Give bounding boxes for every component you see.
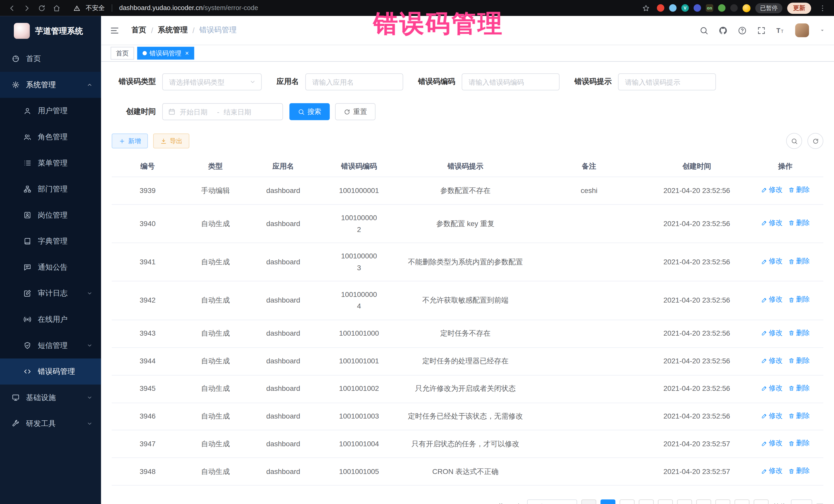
page-button-5[interactable]: 5	[677, 500, 692, 504]
security-indicator[interactable]: 不安全	[70, 2, 105, 14]
edit-link[interactable]: 修改	[761, 256, 783, 267]
sidebar-item-系统管理[interactable]: 系统管理	[0, 72, 101, 98]
search-button[interactable]: 搜索	[289, 103, 330, 120]
chevron-down-icon[interactable]	[819, 27, 826, 34]
address-bar[interactable]: dashboard.yudao.iocoder.cn/system/error-…	[119, 4, 258, 12]
delete-link[interactable]: 删除	[788, 327, 810, 338]
breadcrumb-item[interactable]: 首页	[131, 25, 146, 35]
edit-link[interactable]: 修改	[761, 410, 783, 421]
error-code-field[interactable]	[462, 73, 559, 90]
toggle-search-button[interactable]	[786, 133, 802, 149]
paused-badge[interactable]: 已暂停	[755, 3, 783, 13]
sidebar-item-错误码管理[interactable]: 错误码管理	[0, 358, 101, 385]
update-button[interactable]: 更新	[787, 2, 811, 14]
profile-emoji-avatar[interactable]	[742, 4, 750, 12]
app-name-input[interactable]	[311, 78, 397, 86]
cell-message: 只有开启状态的任务，才可以修改	[399, 430, 532, 458]
edit-link[interactable]: 修改	[761, 327, 783, 338]
edit-link-label: 修改	[769, 256, 783, 267]
sidebar-item-首页[interactable]: 首页	[0, 46, 101, 72]
extension-teal-v[interactable]: V	[681, 4, 689, 12]
extension-lightblue[interactable]	[669, 4, 676, 12]
refresh-table-button[interactable]	[807, 133, 823, 149]
extension-green[interactable]	[718, 4, 725, 12]
edit-link[interactable]: 修改	[761, 466, 783, 477]
reset-button[interactable]: 重置	[335, 103, 376, 120]
page-size-select[interactable]: 10条/页	[527, 500, 577, 504]
delete-link[interactable]: 删除	[788, 256, 810, 267]
page-button-2[interactable]: 2	[620, 500, 635, 504]
back-icon[interactable]	[5, 2, 18, 14]
delete-link[interactable]: 删除	[788, 184, 810, 196]
edit-link-label: 修改	[769, 410, 783, 421]
extension-on-badge[interactable]: on	[706, 4, 713, 12]
delete-link[interactable]: 删除	[788, 294, 810, 305]
fullscreen-icon[interactable]	[757, 26, 766, 35]
sidebar-item-基础设施[interactable]: 基础设施	[0, 385, 101, 411]
delete-link[interactable]: 删除	[788, 355, 810, 366]
github-icon[interactable]	[719, 26, 727, 35]
sidebar-item-研发工具[interactable]: 研发工具	[0, 411, 101, 437]
error-msg-input[interactable]	[624, 78, 710, 86]
date-range-picker[interactable]: -	[162, 103, 283, 120]
delete-link[interactable]: 删除	[788, 410, 810, 421]
edit-link[interactable]: 修改	[761, 382, 783, 394]
sidebar-item-菜单管理[interactable]: 菜单管理	[0, 150, 101, 176]
app-name-field[interactable]	[305, 73, 403, 90]
extension-red[interactable]	[657, 4, 664, 12]
sidebar-item-字典管理[interactable]: 字典管理	[0, 228, 101, 254]
error-type-select-value[interactable]	[168, 78, 249, 86]
sidebar-item-部门管理[interactable]: 部门管理	[0, 176, 101, 202]
cell-created: 2021-04-20 23:52:56	[646, 320, 747, 348]
next-page-button[interactable]	[754, 500, 769, 504]
page-ellipsis[interactable]: ···	[716, 500, 730, 504]
error-code-input[interactable]	[467, 78, 554, 86]
edit-link[interactable]: 修改	[761, 184, 783, 196]
sidebar-item-用户管理[interactable]: 用户管理	[0, 98, 101, 124]
extension-indigo[interactable]	[694, 4, 701, 12]
edit-link[interactable]: 修改	[761, 355, 783, 366]
bookmark-star-icon[interactable]	[639, 2, 652, 14]
delete-link[interactable]: 删除	[788, 466, 810, 477]
reload-icon[interactable]	[35, 2, 48, 14]
error-type-select[interactable]	[162, 73, 262, 90]
page-button-3[interactable]: 3	[639, 500, 654, 504]
edit-link[interactable]: 修改	[761, 294, 783, 305]
search-icon[interactable]	[700, 26, 708, 35]
page-button-8[interactable]: 8	[734, 500, 749, 504]
sidebar-item-岗位管理[interactable]: 岗位管理	[0, 202, 101, 228]
prev-page-button[interactable]	[581, 500, 596, 504]
user-avatar[interactable]	[795, 23, 809, 37]
help-icon[interactable]	[738, 26, 747, 35]
browser-menu-icon[interactable]	[816, 2, 829, 14]
sidebar-item-角色管理[interactable]: 角色管理	[0, 124, 101, 150]
page-button-6[interactable]: 6	[696, 500, 711, 504]
goto-page-input[interactable]	[791, 500, 812, 504]
export-button[interactable]: 导出	[153, 133, 190, 148]
home-icon[interactable]	[50, 2, 63, 14]
extension-dark[interactable]	[730, 4, 738, 12]
page-button-1[interactable]: 1	[600, 500, 615, 504]
cell-remark	[532, 403, 646, 430]
sidebar-item-在线用户[interactable]: 在线用户	[0, 306, 101, 333]
end-date-input[interactable]	[222, 107, 258, 116]
error-msg-field[interactable]	[618, 73, 716, 90]
font-size-icon[interactable]: TT	[776, 26, 785, 35]
sidebar-item-短信管理[interactable]: 短信管理	[0, 332, 101, 358]
sidebar-item-通知公告[interactable]: 通知公告	[0, 254, 101, 281]
delete-link[interactable]: 删除	[788, 218, 810, 229]
sidebar-item-审计日志[interactable]: 审计日志	[0, 280, 101, 306]
page-button-4[interactable]: 4	[658, 500, 673, 504]
start-date-input[interactable]	[179, 107, 214, 116]
delete-link[interactable]: 删除	[788, 438, 810, 449]
hamburger-icon[interactable]	[110, 25, 119, 35]
edit-link[interactable]: 修改	[761, 218, 783, 229]
forward-icon[interactable]	[20, 2, 33, 14]
tab-首页[interactable]: 首页	[111, 47, 134, 60]
add-button[interactable]: 新增	[112, 133, 148, 148]
close-icon[interactable]: ×	[185, 50, 189, 57]
edit-link[interactable]: 修改	[761, 438, 783, 449]
tab-错误码管理[interactable]: 错误码管理×	[137, 47, 194, 60]
delete-link[interactable]: 删除	[788, 382, 810, 394]
breadcrumb-item[interactable]: 系统管理	[158, 25, 188, 35]
